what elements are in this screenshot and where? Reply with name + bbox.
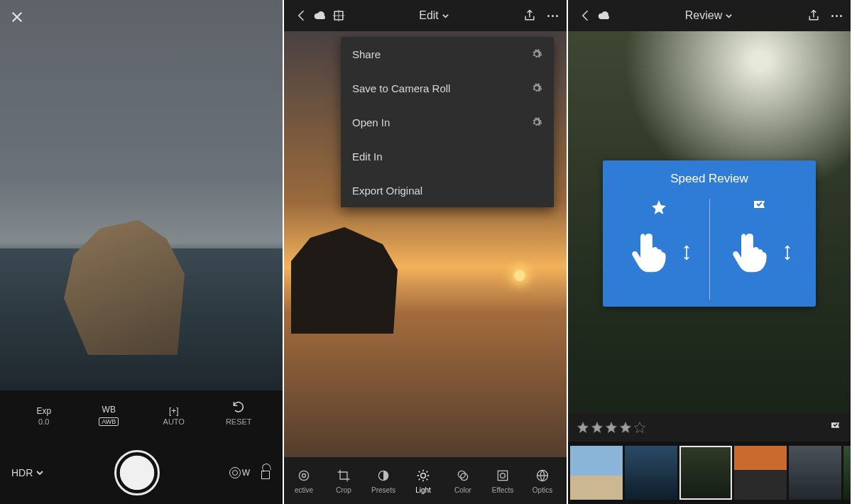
chevron-down-icon (725, 12, 733, 20)
thumbnail[interactable] (789, 446, 841, 500)
menu-item-share[interactable]: Share (341, 37, 554, 71)
white-balance-control[interactable]: WB AWB (77, 405, 142, 426)
filmstrip[interactable] (568, 442, 851, 504)
gear-icon[interactable] (531, 116, 542, 128)
thumbnail[interactable] (679, 446, 732, 500)
wb-value: AWB (99, 417, 119, 426)
cloud-status-icon[interactable] (595, 6, 613, 25)
presets-icon (376, 468, 391, 483)
menu-item-save-camera-roll[interactable]: Save to Camera Roll (341, 71, 554, 105)
svg-point-4 (421, 473, 426, 478)
star-filled-icon (619, 421, 632, 434)
gear-icon[interactable] (531, 48, 542, 60)
svg-rect-7 (498, 471, 507, 480)
exposure-value: 0.0 (38, 417, 49, 426)
review-panel: Review Speed Review (568, 0, 851, 504)
edit-panel: Edit Share Save to Camera Roll Open In E… (284, 0, 567, 504)
edit-mode-dropdown[interactable]: Edit (348, 9, 520, 22)
flag-check-icon (751, 199, 768, 219)
light-icon (415, 468, 431, 483)
camera-panel: Exp 0.0 WB AWB [+] AUTO RESET (0, 0, 283, 504)
updown-arrows-icon (683, 245, 690, 261)
auto-icon: [+] (169, 406, 179, 416)
auto-label: AUTO (163, 417, 185, 426)
tool-light[interactable]: Light (403, 468, 443, 494)
edit-toolstrip: ective Crop Presets Light Color Effects … (284, 457, 567, 504)
swipe-hand-icon (628, 226, 679, 280)
menu-label: Edit In (352, 150, 383, 163)
menu-label: Open In (352, 116, 390, 128)
gear-icon[interactable] (531, 82, 542, 94)
exposure-control[interactable]: Exp 0.0 (11, 406, 77, 426)
close-button[interactable] (7, 7, 27, 27)
overlay-title: Speed Review (670, 172, 748, 186)
reset-control[interactable]: RESET (207, 398, 272, 426)
menu-item-edit-in[interactable]: Edit In (341, 139, 554, 173)
camera-controls: Exp 0.0 WB AWB [+] AUTO RESET (0, 390, 283, 504)
auto-bracket-control[interactable]: [+] AUTO (141, 406, 207, 426)
cloud-status-icon[interactable] (311, 6, 329, 25)
menu-label: Share (352, 48, 381, 60)
star-icon (650, 199, 667, 219)
tool-selective[interactable]: ective (284, 468, 324, 494)
reset-label: RESET (226, 417, 252, 426)
share-menu: Share Save to Camera Roll Open In Edit I… (341, 37, 554, 207)
speed-review-overlay: Speed Review (603, 160, 816, 307)
tool-presets[interactable]: Presets (364, 468, 403, 494)
chevron-down-icon (442, 12, 449, 20)
wb-label: WB (102, 405, 116, 415)
crop-overlay-icon[interactable] (329, 6, 348, 25)
flag-gesture-hint (713, 199, 808, 300)
swipe-hand-icon (728, 226, 780, 280)
edit-title: Edit (419, 9, 439, 22)
color-icon (455, 468, 471, 483)
lens-icon (229, 467, 241, 478)
svg-point-1 (299, 471, 308, 480)
star-filled-icon (577, 421, 589, 434)
edit-header: Edit (284, 0, 567, 31)
thumbnail[interactable] (625, 446, 677, 500)
rating-bar (568, 413, 851, 442)
back-button[interactable] (577, 6, 595, 25)
flag-toggle[interactable] (829, 421, 842, 434)
selective-icon (296, 468, 312, 483)
more-button[interactable] (547, 15, 558, 17)
tool-more[interactable]: Pr (562, 468, 567, 494)
svg-point-2 (302, 473, 306, 477)
effects-icon (495, 468, 510, 483)
shutter-button[interactable] (114, 450, 160, 495)
star-filled-icon (591, 421, 604, 434)
menu-label: Save to Camera Roll (352, 82, 450, 94)
review-title: Review (685, 9, 722, 22)
star-rating[interactable] (577, 421, 646, 434)
tool-color[interactable]: Color (443, 468, 483, 494)
updown-arrows-icon (784, 245, 791, 261)
optics-icon (535, 468, 550, 483)
rate-gesture-hint (611, 199, 706, 300)
hdr-label: HDR (11, 467, 33, 478)
review-header: Review (568, 0, 851, 31)
menu-item-open-in[interactable]: Open In (341, 105, 554, 139)
lens-toggle[interactable]: W (229, 467, 250, 478)
star-empty-icon (633, 421, 646, 434)
lock-icon[interactable] (260, 466, 271, 479)
tool-effects[interactable]: Effects (483, 468, 523, 494)
thumbnail[interactable] (734, 446, 787, 500)
thumbnail[interactable] (843, 446, 851, 500)
hdr-mode-button[interactable]: HDR (11, 467, 44, 478)
share-button[interactable] (804, 6, 823, 25)
star-filled-icon (605, 421, 618, 434)
svg-point-8 (501, 473, 506, 478)
menu-item-export-original[interactable]: Export Original (341, 173, 554, 207)
chevron-down-icon (36, 469, 44, 477)
crop-icon (336, 468, 351, 483)
reset-icon (229, 398, 248, 416)
back-button[interactable] (293, 6, 311, 25)
more-button[interactable] (831, 15, 842, 17)
thumbnail[interactable] (570, 446, 623, 500)
tool-optics[interactable]: Optics (523, 468, 562, 494)
review-mode-dropdown[interactable]: Review (613, 9, 804, 22)
exposure-label: Exp (36, 406, 51, 416)
tool-crop[interactable]: Crop (324, 468, 364, 494)
share-button[interactable] (520, 6, 539, 25)
